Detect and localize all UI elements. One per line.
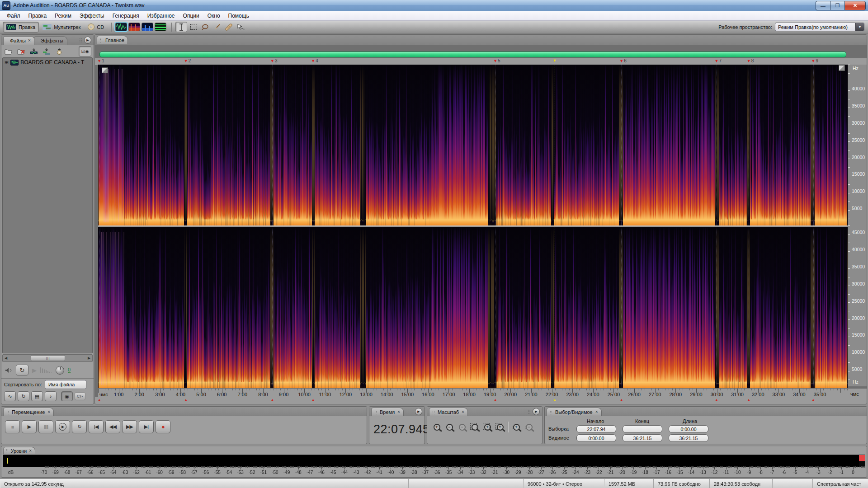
tab-time[interactable]: Время × xyxy=(371,408,404,416)
marker-6[interactable]: ▼6 xyxy=(619,59,626,63)
marker-8-bottom[interactable]: ▲ xyxy=(747,398,751,402)
fast-forward-button[interactable]: ▶▶ xyxy=(122,420,137,433)
selection-start-field[interactable]: 22:07.94 xyxy=(576,425,616,433)
view-start-field[interactable]: 0:00.00 xyxy=(576,434,616,442)
panel-menu-button[interactable]: ▶ xyxy=(415,408,422,415)
close-icon[interactable]: × xyxy=(29,449,32,453)
zoom-in-horizontal-button[interactable]: + xyxy=(432,422,442,432)
edit-view-button[interactable]: Правка xyxy=(3,22,39,33)
scrub-tool[interactable] xyxy=(235,22,246,32)
menu-item-7[interactable]: Опции xyxy=(179,12,203,20)
zoom-out-full-button[interactable]: − xyxy=(457,422,467,432)
restore-button[interactable]: ❐ xyxy=(830,1,844,10)
show-options-toggle[interactable]: ☑◉ xyxy=(79,46,91,56)
lasso-selection-tool[interactable] xyxy=(200,22,211,32)
playhead-marker-bottom[interactable]: ▲ xyxy=(553,398,557,402)
pan-handle-left[interactable] xyxy=(102,67,108,73)
panel-menu-button[interactable]: ▶ xyxy=(79,37,91,44)
menu-item-8[interactable]: Окно xyxy=(203,12,224,20)
selection-end-field[interactable] xyxy=(623,425,662,433)
loop-play-button[interactable]: ↻ xyxy=(72,420,87,433)
zoom-to-selection-button[interactable] xyxy=(470,422,480,432)
dropdown-arrow-icon[interactable]: ▼ xyxy=(855,23,864,31)
view-length-field[interactable]: 36:21.15 xyxy=(669,434,708,442)
menu-item-6[interactable]: Избранное xyxy=(143,12,179,20)
zoom-in-vertical-button[interactable]: ↕+ xyxy=(511,422,521,432)
effects-paintbrush-tool[interactable] xyxy=(212,22,222,32)
workspace-select[interactable]: Режим Правка(по умолчанию) ▼ xyxy=(775,23,864,31)
marker-7[interactable]: ▼7 xyxy=(715,59,722,63)
scroll-left-icon[interactable]: ◀ xyxy=(3,355,9,361)
menu-item-2[interactable]: Правка xyxy=(24,12,51,20)
rewind-button[interactable]: ◀◀ xyxy=(105,420,120,433)
spectral-frequency-display-button[interactable] xyxy=(128,23,140,31)
show-loop-files-button[interactable]: ↻ xyxy=(18,391,29,401)
play-button[interactable]: ▶ xyxy=(22,420,37,433)
time-selection-tool[interactable] xyxy=(175,22,187,32)
zoom-out-vertical-button[interactable]: ↕− xyxy=(524,422,533,432)
marker-ruler[interactable]: ▼1▼2▼3▼4▼5▼6▼7▼8▼9▼ xyxy=(95,58,867,65)
spectrogram-display[interactable] xyxy=(98,65,848,388)
tab-zoom[interactable]: Масштаб × xyxy=(429,408,468,416)
record-button[interactable]: ● xyxy=(156,420,170,433)
playhead-marker[interactable]: ▼ xyxy=(553,59,557,63)
scroll-right-icon[interactable]: ▶ xyxy=(86,355,92,361)
show-midi-files-button[interactable]: ♪ xyxy=(45,391,57,401)
advanced-options-button[interactable]: C⋗ xyxy=(75,392,85,400)
menu-item-9[interactable]: Помощь xyxy=(224,12,253,20)
zoom-out-horizontal-button[interactable]: − xyxy=(444,422,454,432)
loop-preview-button[interactable]: ↻ xyxy=(16,365,28,375)
marker-4-bottom[interactable]: ▲ xyxy=(311,398,315,402)
close-file-button[interactable] xyxy=(16,47,26,56)
spectrogram-right-channel[interactable] xyxy=(98,227,848,388)
pause-button[interactable]: ▮▮ xyxy=(38,420,53,433)
menu-item-1[interactable]: Файл xyxy=(3,12,24,20)
file-list-item[interactable]: ⊞ BOARDS OF CANADA - T xyxy=(3,58,92,67)
waveform-display-button[interactable] xyxy=(115,23,127,31)
tab-files[interactable]: Файлы × xyxy=(3,36,35,45)
marker-2[interactable]: ▼2 xyxy=(184,59,191,63)
marker-3[interactable]: ▼3 xyxy=(270,59,277,63)
marker-3-bottom[interactable]: ▲ xyxy=(270,398,274,402)
panel-menu-button[interactable]: ▶ xyxy=(528,408,540,415)
close-icon[interactable]: × xyxy=(28,38,31,43)
preview-volume-value[interactable]: 0 xyxy=(68,367,71,373)
flyout-icon[interactable]: ▶ xyxy=(84,37,91,44)
clip-indicator[interactable] xyxy=(859,455,865,467)
flyout-icon[interactable]: ▶ xyxy=(415,408,422,415)
go-to-start-button[interactable]: |◀ xyxy=(89,420,104,433)
level-meter[interactable] xyxy=(3,455,865,467)
expand-icon[interactable]: ⊞ xyxy=(5,60,9,65)
close-icon[interactable]: × xyxy=(397,410,400,414)
preview-play-button[interactable]: ▶ xyxy=(32,367,37,374)
overview-zoom-bar[interactable] xyxy=(99,52,846,57)
file-list[interactable]: ⊞ BOARDS OF CANADA - T xyxy=(2,57,93,353)
selection-length-field[interactable]: 0:00.00 xyxy=(669,425,708,433)
insert-into-cd-button[interactable] xyxy=(54,47,64,56)
tab-main[interactable]: Главное xyxy=(97,36,128,44)
marker-5-bottom[interactable]: ▲ xyxy=(493,398,497,402)
sort-by-select[interactable]: Имя файла xyxy=(45,380,86,389)
spot-healing-brush-tool[interactable] xyxy=(223,22,234,32)
minimize-button[interactable]: — xyxy=(816,1,830,10)
scrollbar-thumb[interactable]: ||| xyxy=(31,355,66,361)
cd-view-button[interactable]: CD xyxy=(84,22,108,33)
tab-levels[interactable]: Уровни × xyxy=(3,447,35,454)
zoom-selection-left-button[interactable]: + xyxy=(482,422,492,432)
marker-1[interactable]: ▼1 xyxy=(97,59,104,63)
auto-play-icon[interactable] xyxy=(5,367,12,373)
marker-5[interactable]: ▼5 xyxy=(493,59,500,63)
files-horizontal-scrollbar[interactable]: ◀ ||| ▶ xyxy=(2,354,93,362)
close-button[interactable]: ✕ xyxy=(844,1,866,10)
close-icon[interactable]: × xyxy=(595,410,598,414)
marker-8[interactable]: ▼8 xyxy=(747,59,754,63)
marker-9[interactable]: ▼9 xyxy=(811,59,818,63)
timeline-ruler[interactable]: чмс 1:002:003:004:005:006:007:008:009:00… xyxy=(98,388,848,398)
spectral-phase-display-button[interactable] xyxy=(155,23,166,31)
spectrogram-left-channel[interactable] xyxy=(98,65,848,225)
show-video-files-button[interactable]: ▤ xyxy=(31,391,43,401)
close-icon[interactable]: × xyxy=(47,410,50,414)
marker-9-bottom[interactable]: ▲ xyxy=(811,398,816,402)
title-bar[interactable]: Au Adobe Audition - BOARDS OF CANADA - T… xyxy=(0,0,868,11)
close-icon[interactable]: × xyxy=(462,410,464,414)
